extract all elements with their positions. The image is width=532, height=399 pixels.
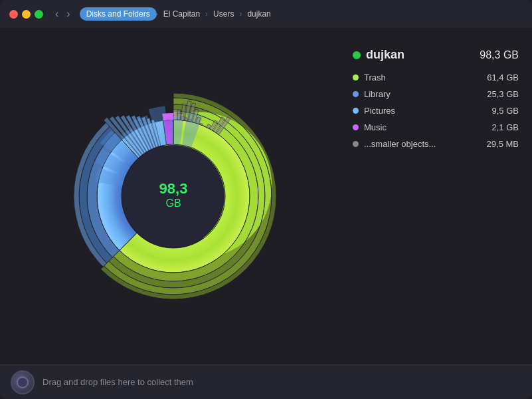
legend-area: dujkan 98,3 GB Trash 61,4 GB Library 25,… [346, 35, 532, 358]
breadcrumb-item-dujkan[interactable]: dujkan [240, 7, 277, 21]
legend-dot-pictures [353, 108, 359, 114]
legend-dot-trash [353, 74, 359, 80]
legend-size-pictures: 9,5 GB [492, 106, 519, 116]
legend-size-smaller: 29,5 MB [487, 139, 519, 149]
disk-chart-canvas [54, 63, 293, 329]
legend-dot-library [353, 91, 359, 97]
legend-label-library: Library [364, 89, 391, 99]
breadcrumb-item-disks[interactable]: Disks and Folders [80, 7, 157, 21]
legend-label-smaller: ...smaller objects... [364, 139, 436, 149]
legend-dot-music [353, 124, 359, 130]
main-content: 98,3 GB dujkan 98,3 GB [0, 28, 532, 364]
minimize-button[interactable] [22, 10, 31, 19]
drop-zone-icon-inner [17, 376, 29, 388]
maximize-button[interactable] [35, 10, 43, 19]
traffic-lights [9, 10, 43, 19]
legend-label-music: Music [364, 122, 387, 132]
drop-zone-text: Drag and drop files here to collect them [43, 377, 193, 387]
chart-area: 98,3 GB [0, 35, 346, 358]
drop-zone-icon [11, 370, 35, 394]
legend-item-pictures[interactable]: Pictures 9,5 GB [353, 104, 519, 117]
breadcrumb: Disks and Folders › El Capitan › Users ›… [80, 7, 278, 21]
legend-title-dot [353, 51, 361, 59]
legend-item-music[interactable]: Music 2,1 GB [353, 121, 519, 134]
legend-item-smaller[interactable]: ...smaller objects... 29,5 MB [353, 138, 519, 150]
legend-title-text: dujkan [366, 48, 404, 62]
legend-total: 98,3 GB [480, 49, 519, 61]
legend-label-pictures: Pictures [364, 106, 395, 116]
legend-item-library[interactable]: Library 25,3 GB [353, 88, 519, 100]
nav-arrows: ‹ › [52, 7, 73, 21]
breadcrumb-item-elcapitan[interactable]: El Capitan [157, 7, 207, 21]
legend-size-trash: 61,4 GB [487, 72, 519, 82]
legend-header: dujkan 98,3 GB [353, 48, 519, 62]
legend-title: dujkan [353, 48, 404, 62]
legend-label-trash: Trash [364, 72, 386, 82]
legend-dot-smaller [353, 141, 359, 147]
nav-back-button[interactable]: ‹ [52, 7, 61, 21]
legend-size-music: 2,1 GB [492, 122, 519, 132]
bottom-bar: Drag and drop files here to collect them [0, 364, 532, 399]
close-button[interactable] [9, 10, 18, 19]
legend-item-trash[interactable]: Trash 61,4 GB [353, 71, 519, 84]
titlebar: ‹ › Disks and Folders › El Capitan › Use… [0, 0, 532, 28]
nav-forward-button[interactable]: › [64, 7, 72, 21]
legend-size-library: 25,3 GB [487, 89, 519, 99]
breadcrumb-item-users[interactable]: Users [207, 7, 240, 21]
